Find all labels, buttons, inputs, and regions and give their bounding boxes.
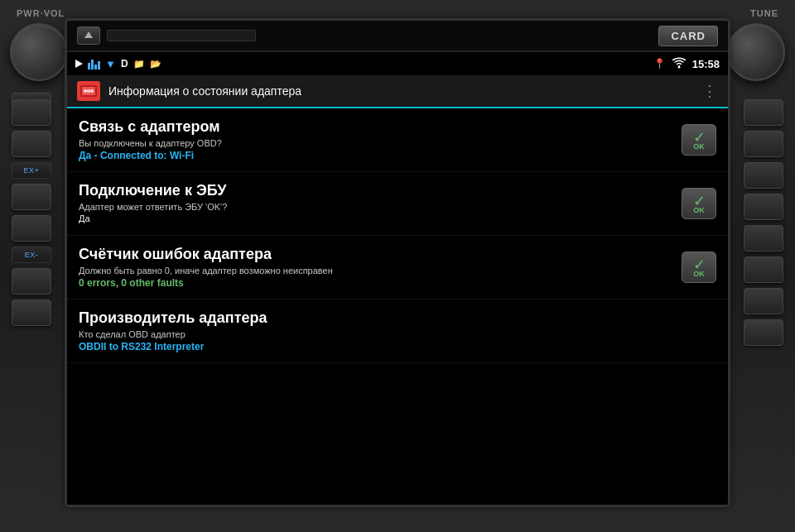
side-btn-r7[interactable] [744,288,783,314]
ok-text-2: OK [693,207,705,214]
obd-icon [77,81,100,101]
location-icon: 📍 [653,58,666,69]
download-icon: ▼ [105,58,116,70]
item-subtitle-2: Адаптер может ответить ЭБУ 'OK'? [79,202,673,212]
d-icon: D [121,58,128,69]
status-item-connection: Связь с адаптером Вы подключены к адапте… [67,108,728,172]
folder-icon-1: 📁 [133,59,145,69]
side-btn-5[interactable] [12,268,51,295]
app-toolbar: Информация о состоянии адаптера ⋮ [67,75,728,108]
item-text-3: Счётчик ошибок адаптера Должно быть равн… [79,246,673,289]
stereo-frame: PWR·VOL TUNE RESET EX+ EX- [0,0,795,532]
svg-point-4 [90,89,94,93]
side-btn-r8[interactable] [744,319,783,346]
ok-badge-3: ✓ OK [682,252,716,283]
toolbar-title: Информация о состоянии адаптера [108,84,694,98]
card-button[interactable]: CARD [658,26,718,46]
item-subtitle-4: Кто сделал OBD адаптер [79,329,716,339]
side-btn-label-1: EX+ [12,162,51,179]
cd-slot [107,30,256,41]
status-bar: ▼ D 📁 📂 📍 [67,52,728,75]
ok-text-1: OK [693,143,705,151]
android-screen: ▼ D 📁 📂 📍 [67,52,728,505]
status-time: 15:58 [692,58,720,70]
status-right: 📍 15:58 [653,57,720,71]
item-title-2: Подключение к ЭБУ [79,182,673,199]
menu-dots[interactable]: ⋮ [702,84,718,98]
tune-knob[interactable] [727,23,785,81]
screen-outer: CARD ▼ [65,18,730,507]
side-btn-4[interactable] [12,215,51,242]
side-btn-r6[interactable] [744,256,783,283]
pwr-vol-label: PWR·VOL [17,8,65,18]
card-slot-bar: CARD [67,21,728,52]
side-btn-r2[interactable] [744,131,783,157]
side-btn-r5[interactable] [744,225,783,252]
wifi-icon [672,57,686,71]
ok-badge-2: ✓ OK [682,188,716,219]
ok-badge-1: ✓ OK [682,124,716,156]
side-btn-r4[interactable] [744,194,783,220]
side-btn-label-2: EX- [12,247,51,263]
item-text-1: Связь с адаптером Вы подключены к адапте… [79,118,673,161]
side-buttons-left: EX+ EX- [12,99,51,326]
svg-point-0 [677,65,680,68]
folder-icon-2: 📂 [150,59,161,69]
status-icons: ▼ D 📁 📂 [75,56,161,71]
pwr-vol-knob[interactable] [10,23,68,81]
play-icon [75,56,83,71]
svg-rect-5 [87,89,90,93]
item-value-4: OBDII to RS232 Interpreter [79,341,716,352]
side-btn-2[interactable] [12,131,51,157]
equalizer-icon [88,58,100,69]
item-title-3: Счётчик ошибок адаптера [79,246,673,263]
item-value-3: 0 errors, 0 other faults [79,277,673,289]
item-value-2: Да [79,213,673,223]
item-title-4: Производитель адаптера [79,309,716,327]
item-subtitle-1: Вы подключены к адаптеру OBD? [79,138,673,148]
content-area: Связь с адаптером Вы подключены к адапте… [67,108,728,505]
tune-label: TUNE [750,8,778,18]
item-text-2: Подключение к ЭБУ Адаптер может ответить… [79,182,673,225]
eject-button[interactable] [77,26,100,45]
slot-left [77,26,256,45]
item-value-1: Да - Connected to: Wi-Fi [79,150,673,161]
status-item-manufacturer: Производитель адаптера Кто сделал OBD ад… [67,300,728,363]
side-btn-r3[interactable] [744,162,783,189]
item-subtitle-3: Должно быть равно 0, иначе адаптер возмо… [79,266,673,276]
side-btn-1[interactable] [12,99,51,126]
ok-text-3: OK [693,271,705,278]
side-buttons-right [744,99,783,346]
side-btn-3[interactable] [12,184,51,210]
side-btn-6[interactable] [12,300,51,326]
side-btn-r1[interactable] [744,99,783,126]
status-item-ecu: Подключение к ЭБУ Адаптер может ответить… [67,172,728,236]
svg-point-3 [84,89,87,93]
item-title-1: Связь с адаптером [79,118,673,136]
item-text-4: Производитель адаптера Кто сделал OBD ад… [79,309,716,352]
status-item-errors: Счётчик ошибок адаптера Должно быть равн… [67,236,728,300]
